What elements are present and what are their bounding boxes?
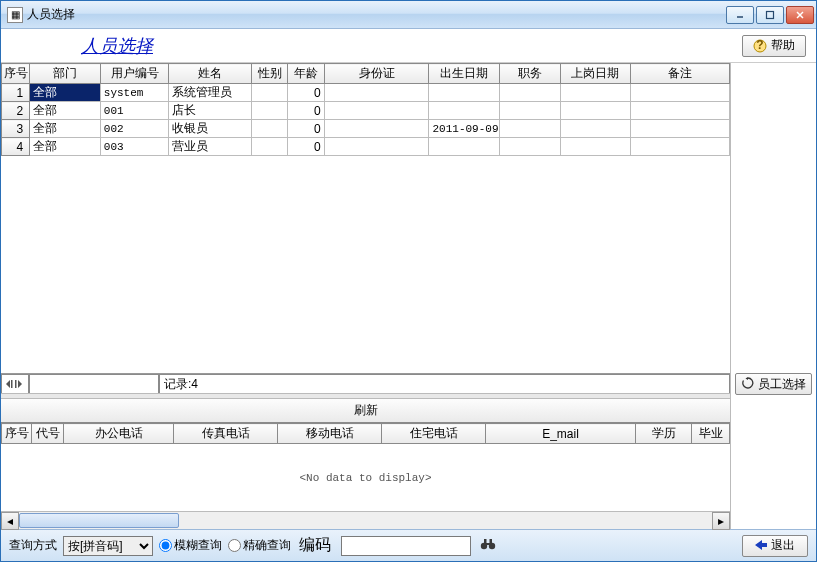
search-input[interactable] <box>341 536 471 556</box>
employee-select-label: 员工选择 <box>758 376 806 393</box>
maximize-button[interactable] <box>756 6 784 24</box>
grid2-col-header[interactable]: 办公电话 <box>64 424 174 444</box>
grid1-table[interactable]: 序号部门用户编号姓名性别年龄身份证出生日期职务上岗日期备注 1全部system系… <box>1 63 730 156</box>
cell-id[interactable] <box>324 120 429 138</box>
cell-birth[interactable] <box>429 84 500 102</box>
employee-select-button[interactable]: 员工选择 <box>735 373 812 395</box>
cell-no[interactable]: 4 <box>2 138 30 156</box>
h-scrollbar[interactable]: ◂ ▸ <box>1 511 730 529</box>
cell-id[interactable] <box>324 84 429 102</box>
cell-sex[interactable] <box>252 102 288 120</box>
cell-sex[interactable] <box>252 138 288 156</box>
grid1-col-header[interactable]: 姓名 <box>169 64 252 84</box>
cell-start[interactable] <box>560 138 631 156</box>
cell-age[interactable]: 0 <box>288 120 324 138</box>
cell-userno[interactable]: system <box>100 84 169 102</box>
cell-duty[interactable] <box>500 84 560 102</box>
cell-remark[interactable] <box>631 120 730 138</box>
table-row[interactable]: 1全部system系统管理员0 <box>2 84 730 102</box>
cell-no[interactable]: 2 <box>2 102 30 120</box>
cell-no[interactable]: 1 <box>2 84 30 102</box>
cell-dept[interactable]: 全部 <box>30 102 101 120</box>
fuzzy-radio-wrap[interactable]: 模糊查询 <box>159 537 222 554</box>
cell-dept[interactable]: 全部 <box>30 120 101 138</box>
table-row[interactable]: 3全部002收银员02011-09-09 <box>2 120 730 138</box>
refresh-label: 刷新 <box>354 402 378 419</box>
titlebar: ▦ 人员选择 <box>1 1 816 29</box>
grid1-col-header[interactable]: 备注 <box>631 64 730 84</box>
fuzzy-label: 模糊查询 <box>174 537 222 554</box>
cell-age[interactable]: 0 <box>288 84 324 102</box>
grid2-col-header[interactable]: 传真电话 <box>174 424 278 444</box>
cell-sex[interactable] <box>252 120 288 138</box>
cell-id[interactable] <box>324 102 429 120</box>
search-button[interactable] <box>477 536 499 556</box>
close-button[interactable] <box>786 6 814 24</box>
cell-age[interactable]: 0 <box>288 138 324 156</box>
grid1-col-header[interactable]: 性别 <box>252 64 288 84</box>
arrow-right-icon <box>755 539 767 553</box>
svg-text:?: ? <box>756 39 763 52</box>
grid1-col-header[interactable]: 出生日期 <box>429 64 500 84</box>
table-row[interactable]: 4全部003营业员0 <box>2 138 730 156</box>
grid2-col-header[interactable]: 代号 <box>32 424 64 444</box>
grid2-col-header[interactable]: E_mail <box>486 424 636 444</box>
grid2-col-header[interactable]: 住宅电话 <box>382 424 486 444</box>
grid2-table[interactable]: 序号代号办公电话传真电话移动电话住宅电话E_mail学历毕业 <box>1 423 730 444</box>
right-pane: 员工选择 <box>730 63 816 529</box>
grid1-col-header[interactable]: 部门 <box>30 64 101 84</box>
status-nav[interactable] <box>1 374 29 393</box>
cell-name[interactable]: 系统管理员 <box>169 84 252 102</box>
grid2-col-header[interactable]: 学历 <box>636 424 692 444</box>
grid1-col-header[interactable]: 用户编号 <box>100 64 169 84</box>
grid1-col-header[interactable]: 身份证 <box>324 64 429 84</box>
status-blank <box>29 374 159 393</box>
svg-rect-7 <box>11 380 13 388</box>
query-mode-select[interactable]: 按[拼音码] <box>63 536 153 556</box>
cell-remark[interactable] <box>631 102 730 120</box>
grid2-col-header[interactable]: 毕业 <box>692 424 730 444</box>
exact-label: 精确查询 <box>243 537 291 554</box>
cell-userno[interactable]: 001 <box>100 102 169 120</box>
grid1-col-header[interactable]: 序号 <box>2 64 30 84</box>
scroll-right-icon[interactable]: ▸ <box>712 512 730 530</box>
scroll-left-icon[interactable]: ◂ <box>1 512 19 530</box>
cell-duty[interactable] <box>500 138 560 156</box>
minimize-button[interactable] <box>726 6 754 24</box>
cell-birth[interactable] <box>429 138 500 156</box>
cell-start[interactable] <box>560 84 631 102</box>
scroll-thumb[interactable] <box>19 513 179 528</box>
grid1-col-header[interactable]: 年龄 <box>288 64 324 84</box>
cell-age[interactable]: 0 <box>288 102 324 120</box>
help-button[interactable]: ? 帮助 <box>742 35 806 57</box>
exit-button[interactable]: 退出 <box>742 535 808 557</box>
cell-name[interactable]: 店长 <box>169 102 252 120</box>
grid1-col-header[interactable]: 职务 <box>500 64 560 84</box>
grid1-col-header[interactable]: 上岗日期 <box>560 64 631 84</box>
fuzzy-radio[interactable] <box>159 539 172 552</box>
refresh-button[interactable]: 刷新 <box>1 399 730 423</box>
exact-radio-wrap[interactable]: 精确查询 <box>228 537 291 554</box>
cell-birth[interactable]: 2011-09-09 <box>429 120 500 138</box>
cell-userno[interactable]: 003 <box>100 138 169 156</box>
cell-start[interactable] <box>560 102 631 120</box>
cell-name[interactable]: 营业员 <box>169 138 252 156</box>
cell-dept[interactable]: 全部 <box>30 84 101 102</box>
cell-userno[interactable]: 002 <box>100 120 169 138</box>
exact-radio[interactable] <box>228 539 241 552</box>
cell-duty[interactable] <box>500 102 560 120</box>
cell-start[interactable] <box>560 120 631 138</box>
grid2-col-header[interactable]: 移动电话 <box>278 424 382 444</box>
cell-name[interactable]: 收银员 <box>169 120 252 138</box>
cell-birth[interactable] <box>429 102 500 120</box>
table-row[interactable]: 2全部001店长0 <box>2 102 730 120</box>
page-title: 人员选择 <box>81 34 153 58</box>
cell-sex[interactable] <box>252 84 288 102</box>
cell-dept[interactable]: 全部 <box>30 138 101 156</box>
cell-no[interactable]: 3 <box>2 120 30 138</box>
cell-remark[interactable] <box>631 84 730 102</box>
cell-remark[interactable] <box>631 138 730 156</box>
grid2-col-header[interactable]: 序号 <box>2 424 32 444</box>
cell-duty[interactable] <box>500 120 560 138</box>
cell-id[interactable] <box>324 138 429 156</box>
